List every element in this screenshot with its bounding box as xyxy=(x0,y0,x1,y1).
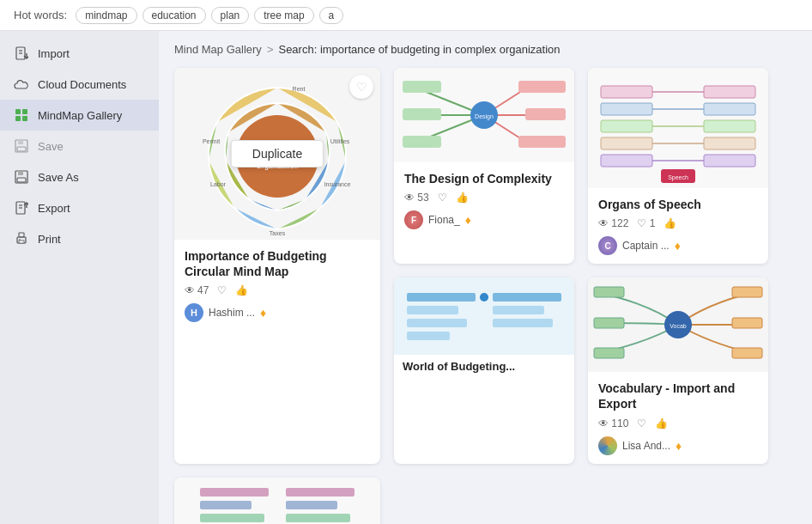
svg-rect-51 xyxy=(601,86,652,98)
svg-rect-63 xyxy=(407,293,476,302)
svg-rect-43 xyxy=(518,136,566,148)
card1-views: 👁 47 xyxy=(185,284,209,296)
card1-thumbs[interactable]: 👍 xyxy=(235,284,248,296)
svg-rect-7 xyxy=(22,116,27,121)
card2-pro-badge: ♦ xyxy=(465,213,471,227)
card2-thumbs[interactable]: 👍 xyxy=(456,192,469,204)
svg-rect-72 xyxy=(594,287,624,297)
card5-stats: 👁 110 ♡ 👍 xyxy=(598,417,758,430)
svg-rect-64 xyxy=(407,306,458,314)
breadcrumb-root[interactable]: Mind Map Gallery xyxy=(174,43,262,56)
card5-thumbs[interactable]: 👍 xyxy=(655,417,668,430)
card1-heart-button[interactable]: ♡ xyxy=(349,75,373,99)
svg-rect-57 xyxy=(704,103,755,115)
card2-likes[interactable]: ♡ xyxy=(438,192,447,204)
card5-pro-badge: ♦ xyxy=(676,439,682,453)
svg-rect-54 xyxy=(601,137,652,149)
tag-mindmap[interactable]: mindmap xyxy=(76,7,136,24)
svg-rect-59 xyxy=(704,137,755,149)
svg-rect-87 xyxy=(286,514,350,522)
sidebar-item-gallery[interactable]: MindMap Gallery xyxy=(0,100,159,131)
svg-rect-82 xyxy=(200,514,264,522)
card-organs: Speech Organs of Speech 👁 122 ♡ 1 👍 C Ca… xyxy=(588,68,768,264)
svg-rect-55 xyxy=(601,155,652,167)
sidebar-import-label: Import xyxy=(38,47,70,60)
svg-rect-66 xyxy=(407,332,450,340)
tag-treemap[interactable]: tree map xyxy=(254,7,313,24)
sidebar-item-export[interactable]: Export xyxy=(0,192,159,223)
card1-title: Importance of Budgeting Circular Mind Ma… xyxy=(185,248,370,279)
card3-thumbs[interactable]: 👍 xyxy=(664,217,676,229)
card6-thumbnail xyxy=(174,478,380,524)
svg-rect-12 xyxy=(18,171,23,175)
card5-body: Vocabulary - Import and Export 👁 110 ♡ 👍… xyxy=(588,372,768,463)
card-budgeting-circular: Importance of Budgeting in Complex Organ… xyxy=(174,68,380,464)
svg-rect-77 xyxy=(732,348,762,358)
card5-avatar xyxy=(598,436,617,455)
card1-stats: 👁 47 ♡ 👍 xyxy=(185,284,370,296)
svg-rect-13 xyxy=(17,178,26,182)
card-world-budgeting: World of Budgeting... xyxy=(394,277,574,463)
card2-avatar: F xyxy=(404,210,423,229)
card1-body: Importance of Budgeting Circular Mind Ma… xyxy=(174,240,380,331)
sidebar-item-cloud[interactable]: Cloud Documents xyxy=(0,69,159,100)
card3-title: Organs of Speech xyxy=(598,197,758,212)
svg-rect-40 xyxy=(403,136,441,148)
card-complexity: Design The Design of Complexity 👁 53 ♡ 👍… xyxy=(394,68,574,264)
breadcrumb-current: Search: importance of budgeting in compl… xyxy=(278,43,560,56)
svg-rect-81 xyxy=(200,501,251,509)
save-icon xyxy=(14,138,29,154)
main-layout: Import Cloud Documents MindMap Gallery xyxy=(0,31,812,524)
svg-rect-69 xyxy=(493,319,553,327)
svg-rect-10 xyxy=(17,147,26,151)
card2-thumbnail: Design xyxy=(394,68,574,162)
sidebar-gallery-label: MindMap Gallery xyxy=(38,109,122,122)
svg-rect-76 xyxy=(732,318,762,328)
svg-rect-74 xyxy=(594,348,624,358)
sidebar-item-print[interactable]: Print xyxy=(0,223,159,254)
card1-author: H Hashim ... ♦ xyxy=(185,303,370,322)
svg-rect-41 xyxy=(518,81,566,93)
card5-author: Lisa And... ♦ xyxy=(598,436,758,455)
card2-views: 👁 53 xyxy=(404,192,429,204)
card1-pro-badge: ♦ xyxy=(260,306,266,320)
card2-author-name: Fiona_ xyxy=(428,214,460,226)
card1-likes[interactable]: ♡ xyxy=(217,284,227,296)
sidebar-cloud-label: Cloud Documents xyxy=(38,78,126,91)
duplicate-button[interactable]: Duplicate xyxy=(231,140,324,168)
card3-author-name: Captain ... xyxy=(622,240,670,252)
card3-stats: 👁 122 ♡ 1 👍 xyxy=(598,217,758,229)
svg-text:Speech: Speech xyxy=(668,174,688,181)
sidebar-item-save[interactable]: Save xyxy=(0,131,159,161)
tag-education[interactable]: education xyxy=(142,7,206,24)
svg-rect-80 xyxy=(200,488,269,497)
tag-a[interactable]: a xyxy=(319,7,344,24)
card3-likes[interactable]: ♡ 1 xyxy=(637,217,655,229)
sidebar-item-saveas[interactable]: Save As xyxy=(0,161,159,192)
svg-rect-86 xyxy=(286,501,337,509)
card5-thumbnail: Vocab xyxy=(588,277,768,372)
svg-rect-20 xyxy=(19,241,24,243)
sidebar-print-label: Print xyxy=(38,233,61,246)
breadcrumb-separator: > xyxy=(267,43,274,56)
svg-rect-6 xyxy=(15,116,21,121)
svg-rect-60 xyxy=(704,155,755,167)
card3-avatar: C xyxy=(598,236,617,255)
heart-icon: ♡ xyxy=(217,284,227,296)
tag-plan[interactable]: plan xyxy=(211,7,250,24)
svg-rect-4 xyxy=(15,109,21,114)
svg-rect-9 xyxy=(18,140,23,144)
card-vocabulary: Vocab Vocabulary - Import and Export 👁 1… xyxy=(588,277,768,463)
svg-rect-67 xyxy=(493,293,561,302)
svg-text:Design: Design xyxy=(475,113,494,120)
card5-likes[interactable]: ♡ xyxy=(637,417,646,430)
content-area: Mind Map Gallery > Search: importance of… xyxy=(159,31,812,524)
sidebar-item-import[interactable]: Import xyxy=(0,38,159,69)
card5-author-name: Lisa And... xyxy=(622,440,670,452)
hot-words-label: Hot words: xyxy=(14,9,67,21)
top-bar: Hot words: mindmap education plan tree m… xyxy=(0,0,812,31)
card4-thumbnail xyxy=(394,277,574,355)
svg-text:Taxes: Taxes xyxy=(270,230,286,236)
card2-body: The Design of Complexity 👁 53 ♡ 👍 F Fion… xyxy=(394,162,574,238)
svg-rect-19 xyxy=(19,233,24,237)
